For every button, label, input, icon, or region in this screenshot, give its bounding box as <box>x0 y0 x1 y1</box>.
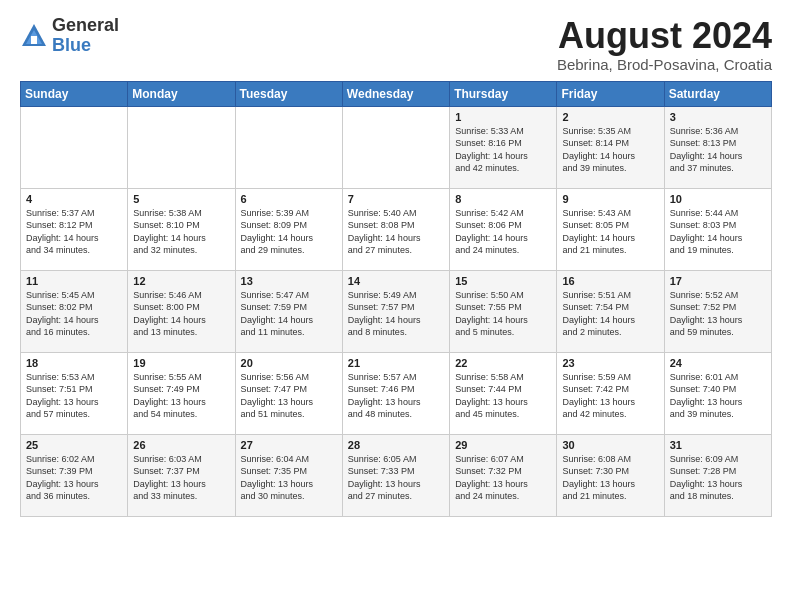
day-number: 16 <box>562 275 658 287</box>
calendar-cell <box>21 106 128 188</box>
calendar-cell: 4Sunrise: 5:37 AM Sunset: 8:12 PM Daylig… <box>21 188 128 270</box>
day-info: Sunrise: 5:42 AM Sunset: 8:06 PM Dayligh… <box>455 207 551 257</box>
svg-rect-2 <box>31 36 37 44</box>
day-info: Sunrise: 5:49 AM Sunset: 7:57 PM Dayligh… <box>348 289 444 339</box>
col-thursday: Thursday <box>450 81 557 106</box>
day-number: 4 <box>26 193 122 205</box>
calendar-cell: 7Sunrise: 5:40 AM Sunset: 8:08 PM Daylig… <box>342 188 449 270</box>
day-number: 2 <box>562 111 658 123</box>
week-row-1: 4Sunrise: 5:37 AM Sunset: 8:12 PM Daylig… <box>21 188 772 270</box>
calendar-cell: 12Sunrise: 5:46 AM Sunset: 8:00 PM Dayli… <box>128 270 235 352</box>
day-number: 14 <box>348 275 444 287</box>
day-info: Sunrise: 6:07 AM Sunset: 7:32 PM Dayligh… <box>455 453 551 503</box>
calendar-cell: 9Sunrise: 5:43 AM Sunset: 8:05 PM Daylig… <box>557 188 664 270</box>
day-info: Sunrise: 6:01 AM Sunset: 7:40 PM Dayligh… <box>670 371 766 421</box>
day-number: 15 <box>455 275 551 287</box>
calendar-cell <box>128 106 235 188</box>
calendar-cell: 31Sunrise: 6:09 AM Sunset: 7:28 PM Dayli… <box>664 434 771 516</box>
day-info: Sunrise: 5:38 AM Sunset: 8:10 PM Dayligh… <box>133 207 229 257</box>
day-info: Sunrise: 5:55 AM Sunset: 7:49 PM Dayligh… <box>133 371 229 421</box>
day-info: Sunrise: 5:53 AM Sunset: 7:51 PM Dayligh… <box>26 371 122 421</box>
calendar-cell <box>235 106 342 188</box>
day-info: Sunrise: 5:58 AM Sunset: 7:44 PM Dayligh… <box>455 371 551 421</box>
day-number: 8 <box>455 193 551 205</box>
day-number: 25 <box>26 439 122 451</box>
col-monday: Monday <box>128 81 235 106</box>
logo-general-text: General <box>52 16 119 36</box>
day-number: 23 <box>562 357 658 369</box>
calendar-cell: 28Sunrise: 6:05 AM Sunset: 7:33 PM Dayli… <box>342 434 449 516</box>
day-number: 5 <box>133 193 229 205</box>
day-info: Sunrise: 5:44 AM Sunset: 8:03 PM Dayligh… <box>670 207 766 257</box>
day-info: Sunrise: 5:51 AM Sunset: 7:54 PM Dayligh… <box>562 289 658 339</box>
day-info: Sunrise: 5:52 AM Sunset: 7:52 PM Dayligh… <box>670 289 766 339</box>
day-number: 28 <box>348 439 444 451</box>
day-number: 6 <box>241 193 337 205</box>
day-info: Sunrise: 6:09 AM Sunset: 7:28 PM Dayligh… <box>670 453 766 503</box>
calendar-cell: 3Sunrise: 5:36 AM Sunset: 8:13 PM Daylig… <box>664 106 771 188</box>
calendar-cell: 13Sunrise: 5:47 AM Sunset: 7:59 PM Dayli… <box>235 270 342 352</box>
day-info: Sunrise: 5:43 AM Sunset: 8:05 PM Dayligh… <box>562 207 658 257</box>
day-info: Sunrise: 6:03 AM Sunset: 7:37 PM Dayligh… <box>133 453 229 503</box>
col-saturday: Saturday <box>664 81 771 106</box>
day-number: 26 <box>133 439 229 451</box>
calendar-body: 1Sunrise: 5:33 AM Sunset: 8:16 PM Daylig… <box>21 106 772 516</box>
calendar-cell: 22Sunrise: 5:58 AM Sunset: 7:44 PM Dayli… <box>450 352 557 434</box>
day-number: 24 <box>670 357 766 369</box>
calendar-cell: 15Sunrise: 5:50 AM Sunset: 7:55 PM Dayli… <box>450 270 557 352</box>
day-number: 27 <box>241 439 337 451</box>
logo: General Blue <box>20 16 119 56</box>
calendar-cell: 1Sunrise: 5:33 AM Sunset: 8:16 PM Daylig… <box>450 106 557 188</box>
week-row-2: 11Sunrise: 5:45 AM Sunset: 8:02 PM Dayli… <box>21 270 772 352</box>
day-number: 1 <box>455 111 551 123</box>
week-row-0: 1Sunrise: 5:33 AM Sunset: 8:16 PM Daylig… <box>21 106 772 188</box>
calendar-cell: 24Sunrise: 6:01 AM Sunset: 7:40 PM Dayli… <box>664 352 771 434</box>
day-info: Sunrise: 5:46 AM Sunset: 8:00 PM Dayligh… <box>133 289 229 339</box>
calendar-cell: 10Sunrise: 5:44 AM Sunset: 8:03 PM Dayli… <box>664 188 771 270</box>
calendar-cell: 19Sunrise: 5:55 AM Sunset: 7:49 PM Dayli… <box>128 352 235 434</box>
header-row: Sunday Monday Tuesday Wednesday Thursday… <box>21 81 772 106</box>
day-number: 30 <box>562 439 658 451</box>
day-info: Sunrise: 6:08 AM Sunset: 7:30 PM Dayligh… <box>562 453 658 503</box>
week-row-3: 18Sunrise: 5:53 AM Sunset: 7:51 PM Dayli… <box>21 352 772 434</box>
day-number: 31 <box>670 439 766 451</box>
title-block: August 2024 Bebrina, Brod-Posavina, Croa… <box>557 16 772 73</box>
calendar-cell: 20Sunrise: 5:56 AM Sunset: 7:47 PM Dayli… <box>235 352 342 434</box>
calendar-cell: 2Sunrise: 5:35 AM Sunset: 8:14 PM Daylig… <box>557 106 664 188</box>
day-number: 9 <box>562 193 658 205</box>
calendar-cell: 26Sunrise: 6:03 AM Sunset: 7:37 PM Dayli… <box>128 434 235 516</box>
day-info: Sunrise: 6:05 AM Sunset: 7:33 PM Dayligh… <box>348 453 444 503</box>
day-info: Sunrise: 5:36 AM Sunset: 8:13 PM Dayligh… <box>670 125 766 175</box>
col-wednesday: Wednesday <box>342 81 449 106</box>
calendar-cell: 11Sunrise: 5:45 AM Sunset: 8:02 PM Dayli… <box>21 270 128 352</box>
logo-icon <box>20 22 48 50</box>
col-tuesday: Tuesday <box>235 81 342 106</box>
calendar-cell: 29Sunrise: 6:07 AM Sunset: 7:32 PM Dayli… <box>450 434 557 516</box>
day-info: Sunrise: 5:33 AM Sunset: 8:16 PM Dayligh… <box>455 125 551 175</box>
calendar-cell: 6Sunrise: 5:39 AM Sunset: 8:09 PM Daylig… <box>235 188 342 270</box>
day-info: Sunrise: 5:47 AM Sunset: 7:59 PM Dayligh… <box>241 289 337 339</box>
day-number: 10 <box>670 193 766 205</box>
calendar-table: Sunday Monday Tuesday Wednesday Thursday… <box>20 81 772 517</box>
calendar-cell: 18Sunrise: 5:53 AM Sunset: 7:51 PM Dayli… <box>21 352 128 434</box>
day-number: 7 <box>348 193 444 205</box>
calendar-cell: 27Sunrise: 6:04 AM Sunset: 7:35 PM Dayli… <box>235 434 342 516</box>
calendar-cell: 16Sunrise: 5:51 AM Sunset: 7:54 PM Dayli… <box>557 270 664 352</box>
subtitle: Bebrina, Brod-Posavina, Croatia <box>557 56 772 73</box>
day-info: Sunrise: 6:02 AM Sunset: 7:39 PM Dayligh… <box>26 453 122 503</box>
day-number: 21 <box>348 357 444 369</box>
calendar-cell: 14Sunrise: 5:49 AM Sunset: 7:57 PM Dayli… <box>342 270 449 352</box>
day-number: 22 <box>455 357 551 369</box>
calendar-cell: 5Sunrise: 5:38 AM Sunset: 8:10 PM Daylig… <box>128 188 235 270</box>
logo-blue-text: Blue <box>52 36 119 56</box>
day-number: 29 <box>455 439 551 451</box>
day-info: Sunrise: 6:04 AM Sunset: 7:35 PM Dayligh… <box>241 453 337 503</box>
calendar-cell: 25Sunrise: 6:02 AM Sunset: 7:39 PM Dayli… <box>21 434 128 516</box>
day-number: 12 <box>133 275 229 287</box>
calendar-cell: 23Sunrise: 5:59 AM Sunset: 7:42 PM Dayli… <box>557 352 664 434</box>
day-info: Sunrise: 5:57 AM Sunset: 7:46 PM Dayligh… <box>348 371 444 421</box>
day-info: Sunrise: 5:37 AM Sunset: 8:12 PM Dayligh… <box>26 207 122 257</box>
calendar-cell <box>342 106 449 188</box>
day-info: Sunrise: 5:59 AM Sunset: 7:42 PM Dayligh… <box>562 371 658 421</box>
day-number: 17 <box>670 275 766 287</box>
